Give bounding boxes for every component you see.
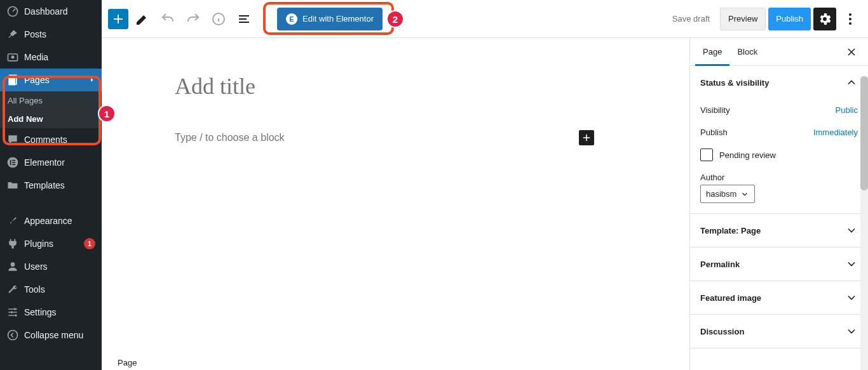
chevron-right-icon: [89, 77, 95, 83]
folder-icon: [6, 179, 19, 192]
sidebar-item-plugins[interactable]: Plugins 1: [0, 232, 102, 255]
add-block-button[interactable]: [108, 9, 128, 29]
sidebar-item-comments[interactable]: Comments: [0, 128, 102, 151]
sidebar-item-label: Elementor: [24, 157, 95, 168]
camera-icon: [6, 51, 19, 63]
tutorial-badge-2: 2: [386, 10, 404, 28]
svg-point-16: [849, 13, 851, 16]
block-editor: E Edit with Elementor Save draft Preview…: [102, 0, 868, 370]
more-options-button[interactable]: [839, 8, 862, 30]
publish-value[interactable]: Immediately: [813, 128, 858, 137]
scrollbar-thumb[interactable]: [860, 76, 868, 190]
sidebar-item-collapse[interactable]: Collapse menu: [0, 324, 102, 347]
submenu-add-new[interactable]: Add New: [0, 110, 102, 128]
pending-review-checkbox[interactable]: Pending review: [700, 143, 858, 166]
svg-point-13: [15, 314, 17, 316]
tutorial-badge-1: 1: [98, 105, 116, 122]
page-icon: [6, 74, 19, 86]
admin-sidebar: Dashboard Posts Media Pages All Pages Ad…: [0, 0, 102, 370]
section-featured-image: Featured image: [690, 281, 868, 315]
edit-with-elementor-button[interactable]: E Edit with Elementor: [277, 8, 383, 30]
sidebar-item-label: Settings: [24, 307, 95, 317]
elementor-logo-icon: E: [286, 13, 297, 25]
sidebar-item-pages[interactable]: Pages: [0, 69, 102, 91]
sidebar-item-label: Pages: [24, 75, 89, 85]
chevron-down-icon: [845, 325, 858, 338]
sidebar-item-templates[interactable]: Templates: [0, 174, 102, 197]
sidebar-item-label: Templates: [24, 180, 95, 190]
section-status: Status & visibility Visibility Public Pu…: [690, 66, 868, 214]
section-head-template[interactable]: Template: Page: [690, 214, 868, 247]
visibility-value[interactable]: Public: [836, 105, 858, 115]
settings-panel: Page Block Status & visibility Visibilit…: [689, 38, 868, 370]
collapse-icon: [6, 329, 19, 341]
chevron-down-icon: [845, 291, 858, 304]
section-head-permalink[interactable]: Permalink: [690, 248, 868, 281]
sidebar-item-settings[interactable]: Settings: [0, 301, 102, 324]
close-panel-button[interactable]: [840, 41, 863, 63]
sidebar-item-label: Media: [24, 52, 95, 62]
svg-point-17: [849, 18, 851, 20]
sidebar-item-tools[interactable]: Tools: [0, 278, 102, 301]
chevron-down-icon: [845, 224, 858, 237]
section-head-status[interactable]: Status & visibility: [690, 66, 868, 99]
svg-point-10: [11, 262, 15, 267]
sidebar-item-posts[interactable]: Posts: [0, 23, 102, 46]
sidebar-item-label: Users: [24, 261, 95, 272]
outline-button[interactable]: [233, 8, 255, 30]
section-head-discussion[interactable]: Discussion: [690, 315, 868, 348]
svg-point-12: [11, 311, 13, 313]
block-prompt-text[interactable]: Type / to choose a block: [175, 132, 579, 143]
sidebar-item-elementor[interactable]: Elementor: [0, 151, 102, 174]
tab-page[interactable]: Page: [695, 38, 729, 66]
panel-tabs: Page Block: [690, 38, 868, 66]
svg-point-11: [14, 308, 16, 310]
gauge-icon: [6, 5, 19, 18]
page-title-input[interactable]: [175, 73, 594, 100]
pin-icon: [6, 28, 19, 41]
section-permalink: Permalink: [690, 248, 868, 281]
sidebar-item-label: Collapse menu: [24, 330, 95, 340]
sidebar-item-label: Dashboard: [24, 6, 95, 17]
author-label: Author: [700, 166, 858, 185]
section-discussion: Discussion: [690, 315, 868, 348]
word-count-label: Page: [118, 355, 137, 370]
svg-rect-8: [12, 162, 15, 163]
sidebar-item-label: Plugins: [24, 239, 81, 249]
sidebar-item-media[interactable]: Media: [0, 46, 102, 69]
sidebar-item-label: Appearance: [24, 216, 95, 226]
svg-rect-9: [12, 164, 15, 166]
checkbox-icon: [700, 149, 713, 161]
wrench-icon: [6, 283, 19, 296]
svg-point-14: [8, 331, 18, 340]
sliders-icon: [6, 306, 19, 319]
sidebar-item-dashboard[interactable]: Dashboard: [0, 0, 102, 23]
sidebar-item-users[interactable]: Users: [0, 255, 102, 278]
scrollbar[interactable]: [860, 76, 868, 370]
submenu-all-pages[interactable]: All Pages: [0, 91, 102, 110]
save-draft-button[interactable]: Save draft: [665, 8, 717, 30]
info-button[interactable]: [207, 8, 230, 30]
svg-rect-6: [10, 160, 11, 165]
redo-button[interactable]: [182, 8, 205, 30]
chevron-up-icon: [845, 76, 858, 89]
edit-mode-button[interactable]: [131, 8, 154, 30]
publish-label: Publish: [700, 128, 813, 137]
section-template: Template: Page: [690, 214, 868, 248]
publish-button[interactable]: Publish: [768, 8, 811, 30]
sidebar-item-label: Comments: [24, 135, 95, 145]
section-head-featured[interactable]: Featured image: [690, 281, 868, 314]
user-icon: [6, 260, 19, 273]
add-block-inline-button[interactable]: [579, 130, 594, 145]
update-count-badge: 1: [84, 238, 95, 249]
undo-button[interactable]: [156, 8, 179, 30]
settings-button[interactable]: [813, 8, 836, 30]
sidebar-item-appearance[interactable]: Appearance: [0, 209, 102, 232]
chevron-down-icon: [740, 190, 749, 199]
preview-button[interactable]: Preview: [720, 8, 766, 30]
tab-block[interactable]: Block: [729, 38, 765, 66]
brush-icon: [6, 215, 19, 227]
comment-icon: [6, 133, 19, 146]
author-select[interactable]: hasibsm: [700, 185, 755, 203]
visibility-label: Visibility: [700, 105, 836, 115]
